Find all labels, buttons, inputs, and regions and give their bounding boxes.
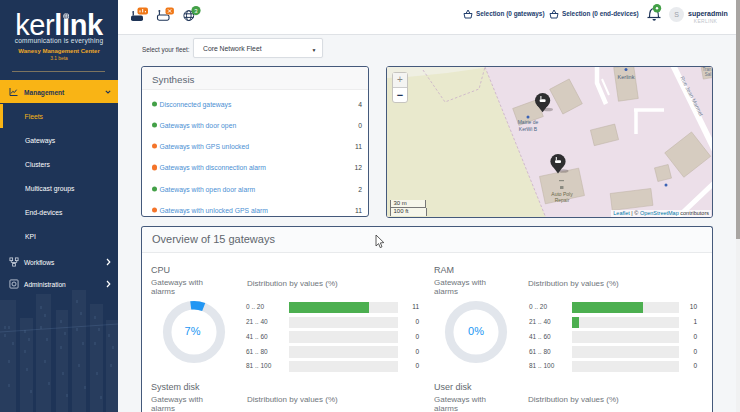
svg-text:Auto Poly: Auto Poly bbox=[551, 191, 573, 197]
svg-text:Repair: Repair bbox=[555, 197, 570, 203]
svg-text:Mairie de: Mairie de bbox=[518, 119, 539, 125]
svg-text:Sal: Sal bbox=[705, 72, 712, 77]
svg-text:KerWi B: KerWi B bbox=[519, 126, 538, 132]
svg-text:Kerlink: Kerlink bbox=[618, 74, 635, 80]
